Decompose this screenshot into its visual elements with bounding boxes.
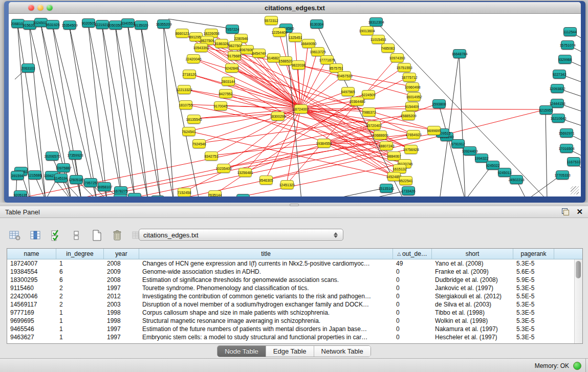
- table-cell[interactable]: 1998: [104, 309, 139, 316]
- graph-node[interactable]: 20457533: [338, 71, 351, 80]
- graph-node[interactable]: 10974393: [390, 53, 404, 62]
- graph-node[interactable]: 12213323: [178, 85, 191, 94]
- graph-node[interactable]: 20503505: [109, 20, 122, 30]
- table-selector-dropdown[interactable]: citations_edges.txt: [139, 229, 343, 241]
- column-header-outde[interactable]: △out_de…: [393, 249, 432, 259]
- graph-node[interactable]: 9154409: [405, 102, 419, 111]
- close-panel-icon[interactable]: ✕: [576, 208, 583, 215]
- table-cell[interactable]: 1: [56, 325, 104, 333]
- table-cell[interactable]: Tourette syndrome. Phenomenology and cla…: [139, 285, 393, 292]
- table-cell[interactable]: 2008: [104, 260, 139, 267]
- graph-node[interactable]: 9822038: [292, 60, 305, 70]
- edge[interactable]: [88, 23, 122, 196]
- tab-edge-table[interactable]: Edge Table: [266, 346, 314, 357]
- graph-node[interactable]: 2063103: [21, 63, 35, 73]
- graph-node[interactable]: 9242848: [225, 63, 238, 73]
- graph-node[interactable]: 9699695: [427, 126, 441, 135]
- table-row[interactable]: 969969511998Structural magnetic resonanc…: [7, 317, 574, 325]
- table-cell[interactable]: 0: [393, 325, 432, 333]
- table-cell[interactable]: 9699695: [7, 317, 56, 324]
- graph-node[interactable]: 19384554: [317, 139, 331, 148]
- graph-node[interactable]: 1325451: [289, 33, 302, 42]
- column-header-indegree[interactable]: in_degree: [56, 249, 104, 259]
- graph-node[interactable]: 9170045: [214, 101, 227, 111]
- graph-node[interactable]: 9531925: [46, 20, 59, 29]
- graph-node[interactable]: 7957224: [226, 25, 239, 34]
- edge[interactable]: [439, 103, 465, 196]
- table-cell[interactable]: Embryonic stem cells: a model to study s…: [139, 334, 393, 341]
- table-cell[interactable]: 1: [56, 334, 104, 341]
- graph-node[interactable]: 22420046: [187, 54, 200, 63]
- table-cell[interactable]: 1: [56, 260, 104, 267]
- graph-node[interactable]: 16210643: [552, 114, 565, 123]
- graph-node[interactable]: 10924403: [463, 146, 476, 156]
- table-cell[interactable]: 0: [393, 276, 432, 283]
- graph-node[interactable]: 10975887: [57, 163, 70, 172]
- graph-node[interactable]: 10688609: [374, 130, 387, 140]
- edge[interactable]: [459, 53, 465, 196]
- graph-node[interactable]: 1588520: [279, 56, 292, 65]
- table-row[interactable]: 1872400712008Changes of HCN gene express…: [7, 259, 574, 268]
- table-cell[interactable]: 5.3E-5: [513, 317, 554, 324]
- edge[interactable]: [88, 23, 107, 196]
- edge[interactable]: [184, 89, 300, 108]
- graph-node[interactable]: 15135141: [380, 184, 393, 193]
- window-resize-grip[interactable]: [571, 186, 579, 194]
- split-divider[interactable]: [0, 203, 588, 206]
- graph-node[interactable]: 17957253: [84, 178, 97, 187]
- graph-node[interactable]: 7485083: [381, 43, 395, 53]
- table-cell[interactable]: Corpus callosum shape and size in male p…: [139, 309, 393, 316]
- graph-node[interactable]: 16952203: [236, 194, 250, 196]
- graph-node[interactable]: 1167533: [567, 157, 580, 166]
- show-columns-button[interactable]: [28, 228, 43, 243]
- graph-node[interactable]: 2718120: [183, 70, 196, 79]
- graph-node[interactable]: 16355209: [157, 19, 170, 29]
- graph-node[interactable]: 18775712: [403, 73, 416, 82]
- table-cell[interactable]: 14569117: [7, 301, 56, 308]
- table-cell[interactable]: 0: [393, 309, 432, 316]
- table-cell[interactable]: 5.3E-5: [513, 334, 554, 341]
- table-cell[interactable]: 2003: [104, 301, 139, 308]
- graph-node[interactable]: 15885209: [402, 111, 415, 120]
- table-scrollbar[interactable]: [574, 259, 582, 343]
- graph-node[interactable]: 11015453: [372, 35, 385, 44]
- table-row[interactable]: 2242004622012Investigating the contribut…: [7, 292, 574, 300]
- graph-node[interactable]: 391594: [11, 171, 24, 180]
- table-cell[interactable]: 2008: [104, 276, 139, 283]
- table-cell[interactable]: 5.5E-5: [513, 293, 554, 300]
- graph-node[interactable]: 12219215: [96, 20, 109, 29]
- table-cell[interactable]: 2009: [104, 268, 139, 275]
- graph-node[interactable]: 6497565: [341, 87, 355, 96]
- graph-node[interactable]: 18724007: [294, 104, 308, 114]
- table-cell[interactable]: 22420046: [7, 293, 56, 300]
- table-cell[interactable]: 0: [393, 268, 432, 275]
- graph-node[interactable]: 16648784: [453, 49, 466, 58]
- select-columns-button[interactable]: [48, 228, 63, 243]
- table-cell[interactable]: 18300295: [7, 276, 56, 283]
- row-height-button[interactable]: [69, 228, 84, 243]
- table-row[interactable]: 1938455462009Genome-wide association stu…: [7, 268, 574, 276]
- graph-node[interactable]: 18135545: [187, 115, 201, 124]
- graph-node[interactable]: 19013604: [360, 26, 374, 35]
- graph-node[interactable]: 8130304: [310, 19, 323, 29]
- table-cell[interactable]: 2: [56, 285, 104, 292]
- graph-node[interactable]: 1733426: [402, 186, 415, 195]
- table-cell[interactable]: de Silva et al. (2003): [432, 301, 513, 308]
- float-panel-icon[interactable]: [562, 208, 569, 215]
- edge[interactable]: [127, 23, 148, 196]
- table-row[interactable]: 1456911722003Disruption of a novel membe…: [7, 300, 574, 309]
- graph-node[interactable]: 1112544: [563, 27, 577, 36]
- graph-node[interactable]: 24502218: [510, 175, 523, 184]
- tab-node-table[interactable]: Node Table: [217, 346, 266, 357]
- table-cell[interactable]: 2: [56, 293, 104, 300]
- graph-node[interactable]: 7635144: [208, 190, 222, 196]
- graph-node[interactable]: 7152458: [178, 188, 191, 196]
- table-cell[interactable]: Tibbo et al. (1998): [432, 309, 513, 316]
- graph-node[interactable]: 7986372: [362, 107, 376, 117]
- table-cell[interactable]: Jankovic et al. (1997): [432, 285, 513, 292]
- edge[interactable]: [168, 19, 232, 29]
- table-cell[interactable]: 5.3E-5: [513, 285, 554, 292]
- table-cell[interactable]: Hescheler et al. (1997): [432, 334, 513, 341]
- graph-node[interactable]: 8215955: [539, 105, 553, 115]
- table-cell[interactable]: 1: [56, 309, 104, 316]
